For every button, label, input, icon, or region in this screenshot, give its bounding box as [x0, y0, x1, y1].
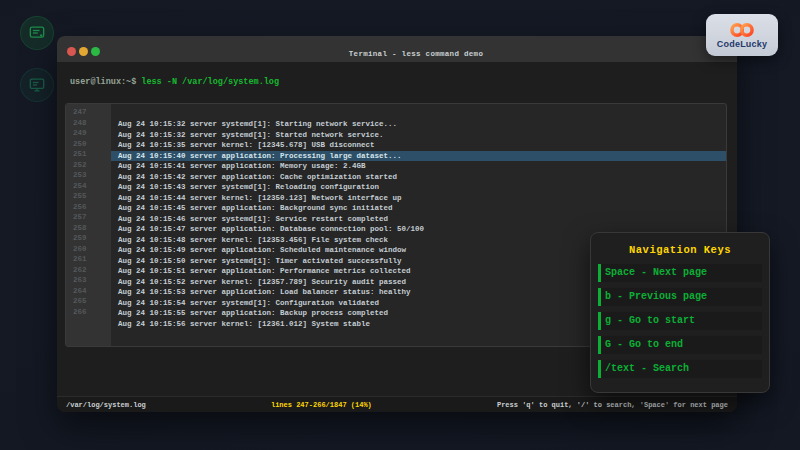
nav-key-item: b - Previous page [598, 288, 762, 306]
minimize-button[interactable] [79, 47, 88, 56]
line-number: 249 [66, 128, 111, 139]
page-background: CodeLucky Terminal - less command demo u… [0, 0, 800, 450]
line-number: 252 [66, 160, 111, 171]
chat-bubble-icon [20, 16, 54, 50]
log-line: Aug 24 10:15:41 server application: Memo… [111, 161, 726, 172]
line-number-column: 2472482492502512522532542552562572582592… [66, 104, 111, 346]
log-line: Aug 24 10:15:32 server systemd[1]: Start… [111, 130, 726, 141]
window-title: Terminal - less command demo [95, 41, 737, 67]
close-button[interactable] [67, 47, 76, 56]
line-number: 253 [66, 170, 111, 181]
line-number: 254 [66, 181, 111, 192]
nav-key-item: /text - Search [598, 360, 762, 378]
line-number: 264 [66, 286, 111, 297]
command-text: less -N /var/log/system.log [141, 77, 279, 87]
command-line: user@linux:~$less -N /var/log/system.log [70, 77, 279, 87]
line-number: 250 [66, 139, 111, 150]
line-number: 256 [66, 202, 111, 213]
log-line: Aug 24 10:15:32 server systemd[1]: Start… [111, 119, 726, 130]
line-number: 251 [66, 149, 111, 160]
log-line: Aug 24 10:15:43 server systemd[1]: Reloa… [111, 182, 726, 193]
navigation-keys-panel: Navigation Keys Space - Next pageb - Pre… [590, 232, 770, 393]
codelucky-label: CodeLucky [717, 39, 767, 49]
line-number: 258 [66, 223, 111, 234]
log-line: Aug 24 10:15:46 server systemd[1]: Servi… [111, 214, 726, 225]
line-number: 265 [66, 296, 111, 307]
line-number: 247 [66, 107, 111, 118]
line-number: 257 [66, 212, 111, 223]
log-line: Aug 24 10:15:35 server kernel: [12345.67… [111, 140, 726, 151]
nav-key-item: G - Go to end [598, 336, 762, 354]
nav-key-item: g - Go to start [598, 312, 762, 330]
navigation-keys-list: Space - Next pageb - Previous pageg - Go… [591, 264, 769, 378]
log-line: Aug 24 10:15:42 server application: Cach… [111, 172, 726, 183]
line-number: 259 [66, 233, 111, 244]
line-number: 261 [66, 254, 111, 265]
status-hint: Press 'q' to quit, '/' to search, 'Space… [497, 401, 728, 409]
line-number: 255 [66, 191, 111, 202]
shell-prompt: user@linux:~$ [70, 77, 136, 87]
log-line: Aug 24 10:15:45 server application: Back… [111, 203, 726, 214]
status-position: lines 247-266/1847 (14%) [271, 401, 372, 409]
codelucky-badge: CodeLucky [706, 14, 778, 56]
monitor-icon [20, 68, 54, 102]
line-number: 260 [66, 244, 111, 255]
nav-key-item: Space - Next page [598, 264, 762, 282]
log-line: Aug 24 10:15:44 server kernel: [12350.12… [111, 193, 726, 204]
line-number: 263 [66, 275, 111, 286]
terminal-titlebar: Terminal - less command demo [57, 36, 737, 62]
line-number: 262 [66, 265, 111, 276]
status-bar: /var/log/system.log lines 247-266/1847 (… [57, 396, 737, 412]
log-line-highlighted: Aug 24 10:15:40 server application: Proc… [111, 151, 726, 162]
line-number: 248 [66, 118, 111, 129]
codelucky-infinity-logo-icon [725, 22, 759, 38]
line-number: 266 [66, 307, 111, 318]
navigation-keys-title: Navigation Keys [591, 244, 769, 256]
status-file: /var/log/system.log [66, 401, 146, 409]
